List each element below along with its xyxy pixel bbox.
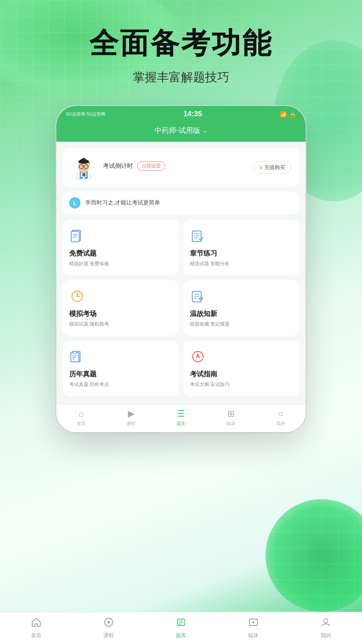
carrier-text: 5G运营商 5G运营商 — [66, 111, 105, 117]
svg-point-10 — [88, 163, 90, 165]
page-nav-mine[interactable]: 我的 — [290, 617, 362, 639]
phone-nav-mine[interactable]: ○ 我的 — [256, 409, 306, 427]
page-courses-label: 课程 — [103, 632, 114, 639]
home-icon: ⌂ — [78, 409, 84, 419]
page-nav-home[interactable]: 首页 — [0, 617, 72, 639]
page-home-label: 首页 — [31, 632, 41, 639]
wifi-icon: 📶 — [280, 111, 287, 118]
chapter-practice-subtitle: 精选试题 智能分析 — [190, 260, 293, 267]
page-mine-label: 我的 — [321, 632, 331, 639]
recharge-label: 充值购买 — [264, 164, 285, 171]
hero-title: 全面备考功能 — [89, 24, 273, 63]
quote-text: 学而时习之,才能让考试更简单 — [85, 199, 160, 206]
mine-label: 我的 — [276, 421, 285, 427]
phone-bottom-nav: ⌂ 首页 ▶ 课程 ☰ 题库 ⊞ 临床 ○ 我的 — [56, 404, 306, 432]
review-icon — [190, 288, 206, 304]
status-icons: 📶 🔒 — [280, 111, 296, 118]
mock-exam-icon — [69, 288, 85, 304]
status-bar: 5G运营商 5G运营商 14:35 📶 🔒 — [56, 106, 306, 122]
dropdown-icon[interactable]: ⌄ — [203, 127, 208, 134]
page-questions-icon — [176, 617, 186, 630]
questions-label: 题库 — [177, 421, 185, 427]
free-questions-title: 免费试题 — [69, 249, 172, 258]
page-nav-questions[interactable]: 题库 — [145, 617, 217, 639]
svg-marker-8 — [78, 158, 89, 162]
svg-line-15 — [88, 166, 88, 167]
past-exams-subtitle: 考试真题 剖析考点 — [69, 381, 172, 388]
recharge-button[interactable]: ¥ 充值购买 — [253, 161, 291, 174]
chapter-practice-card[interactable]: 章节练习 精选试题 智能分析 — [183, 220, 299, 275]
countdown-row: 考试倒计时 点我设置 — [103, 161, 165, 171]
svg-line-44 — [201, 353, 202, 354]
avatar: 题 — [71, 155, 97, 180]
chapter-practice-title: 章节练习 — [190, 249, 293, 258]
hero-subtitle: 掌握丰富解题技巧 — [133, 69, 229, 86]
quote-bar: L 学而时习之,才能让考试更简单 — [63, 192, 299, 214]
review-title: 温故知新 — [190, 309, 293, 318]
page-nav-clinical[interactable]: 临床 — [217, 617, 290, 639]
svg-text:题: 题 — [82, 173, 86, 177]
home-label: 首页 — [77, 421, 86, 427]
clock-icon: L — [69, 197, 80, 208]
free-questions-icon — [69, 228, 85, 244]
exam-guide-title: 考试指南 — [190, 369, 293, 379]
mine-icon: ○ — [278, 409, 283, 419]
lock-icon: 🔒 — [289, 111, 296, 118]
past-exams-icon — [69, 349, 85, 365]
page-questions-label: 题库 — [176, 632, 186, 639]
page-clinical-icon — [248, 617, 259, 630]
page-courses-icon — [103, 617, 114, 630]
svg-marker-48 — [108, 621, 111, 624]
phone-nav-home[interactable]: ⌂ 首页 — [56, 409, 106, 427]
phone-header[interactable]: 中药师-试用版 ⌄ — [56, 122, 306, 142]
questions-icon: ☰ — [177, 409, 185, 419]
courses-icon: ▶ — [128, 409, 135, 419]
chapter-practice-icon — [190, 228, 206, 244]
page-clinical-label: 临床 — [248, 632, 259, 639]
page-home-icon — [31, 617, 41, 630]
svg-line-14 — [79, 166, 80, 167]
feature-cards-grid: 免费试题 精选好题 免费体验 — [63, 220, 299, 396]
svg-rect-19 — [71, 231, 79, 242]
review-subtitle: 错题收藏 笔记搜题 — [190, 321, 293, 328]
status-time: 14:35 — [183, 110, 202, 118]
clinical-label: 临床 — [226, 421, 235, 427]
courses-label: 课程 — [127, 421, 136, 427]
exam-guide-subtitle: 考试大纲 应试技巧 — [190, 381, 293, 388]
phone-nav-clinical[interactable]: ⊞ 临床 — [206, 409, 256, 427]
mock-exam-title: 模拟考场 — [69, 309, 172, 318]
phone-nav-questions[interactable]: ☰ 题库 — [156, 409, 206, 427]
app-title[interactable]: 中药师-试用版 ⌄ — [64, 126, 298, 135]
page-nav-courses[interactable]: 课程 — [72, 617, 145, 639]
yuan-icon: ¥ — [259, 164, 263, 171]
clinical-icon: ⊞ — [227, 409, 234, 419]
past-exams-card[interactable]: 历年真题 考试真题 剖析考点 — [63, 341, 179, 396]
phone-body: 题 考试倒计时 点我设置 ¥ 充值购买 — [56, 142, 306, 404]
review-card[interactable]: 温故知新 错题收藏 笔记搜题 — [183, 280, 299, 336]
page-bottom-nav: 首页 课程 题库 临床 — [0, 612, 362, 644]
phone-nav-courses[interactable]: ▶ 课程 — [106, 409, 156, 427]
free-questions-card[interactable]: 免费试题 精选好题 免费体验 — [63, 220, 179, 275]
user-card: 题 考试倒计时 点我设置 ¥ 充值购买 — [63, 148, 299, 187]
app-title-text: 中药师-试用版 — [154, 126, 200, 135]
page-mine-icon — [321, 617, 331, 630]
svg-point-31 — [76, 295, 78, 297]
countdown-label: 考试倒计时 — [103, 162, 133, 170]
svg-rect-38 — [73, 351, 76, 354]
set-button[interactable]: 点我设置 — [137, 161, 165, 171]
exam-guide-icon — [190, 349, 206, 365]
free-questions-subtitle: 精选好题 免费体验 — [69, 260, 172, 267]
svg-point-56 — [324, 619, 328, 623]
mock-exam-card[interactable]: 模拟考场 模拟试题 随机模考 — [63, 280, 179, 336]
mock-exam-subtitle: 模拟试题 随机模考 — [69, 321, 172, 328]
phone-mockup: 5G运营商 5G运营商 14:35 📶 🔒 中药师-试用版 ⌄ — [56, 106, 306, 432]
user-card-info: 考试倒计时 点我设置 ¥ 充值购买 — [103, 161, 291, 174]
exam-guide-card[interactable]: 考试指南 考试大纲 应试技巧 — [183, 341, 299, 396]
past-exams-title: 历年真题 — [69, 369, 172, 379]
